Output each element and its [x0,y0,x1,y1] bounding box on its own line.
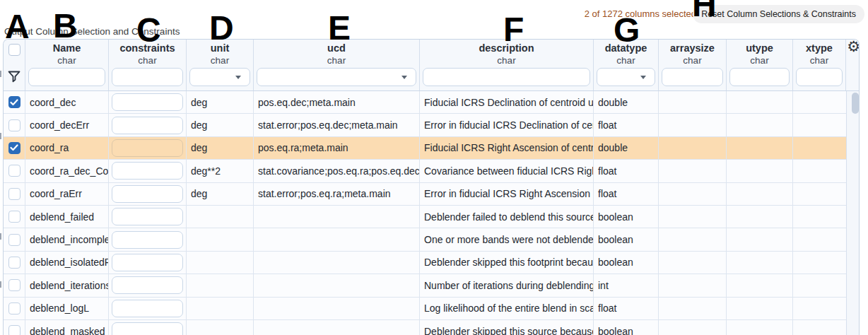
table-row[interactable]: deblend_iterations Number of iterations … [4,274,846,297]
constraint-input[interactable] [112,93,183,111]
check-icon [10,99,18,106]
unit-cell [187,206,254,228]
description-cell: Log likelihood of the entire blend in sc… [420,298,594,319]
row-checkbox[interactable] [8,302,20,315]
datatype-filter-select[interactable] [597,68,655,86]
column-type: char [109,54,186,66]
xtype-filter-input[interactable] [796,68,843,86]
unit-cell: deg [187,114,254,136]
arraysize-filter-input[interactable] [662,68,723,86]
constraint-input[interactable] [112,300,183,317]
row-checkbox-cell [4,298,25,319]
column-type: char [659,54,726,66]
column-label: xtype [793,40,845,54]
row-checkbox-cell [4,252,25,274]
table-row[interactable]: deblend_isolatedParent Deblender skipped… [4,252,846,274]
constraint-input[interactable] [112,322,183,335]
table-row[interactable]: deblend_masked Deblender skipped this so… [4,320,846,335]
row-checkbox[interactable] [8,279,20,291]
table-row[interactable]: coord_decErr deg stat.error;pos.eq.dec;m… [4,114,846,136]
row-checkbox[interactable] [8,234,20,246]
row-checkbox[interactable] [8,257,20,269]
row-checkbox-cell [4,114,25,136]
row-checkbox-cell [4,206,25,228]
xtype-cell [793,114,846,136]
unit-cell [187,320,254,335]
row-checkbox[interactable] [8,119,20,131]
vertical-scrollbar[interactable] [846,91,860,335]
table-row[interactable]: deblend_failed Deblender failed to deble… [4,206,846,228]
description-cell: Covariance between fiducial ICRS Right A… [420,160,594,182]
row-checkbox[interactable] [8,96,20,108]
column-header-arraysize[interactable]: arraysize char [659,40,727,90]
row-checkbox[interactable] [8,142,20,154]
column-header-xtype[interactable]: xtype char [793,40,846,90]
left-edge-fragment [0,71,1,77]
utype-cell [727,320,793,335]
utype-cell [727,114,793,136]
name-filter-input[interactable] [28,68,105,86]
constraints-filter-input[interactable] [112,68,183,86]
xtype-cell [793,206,846,228]
table-row[interactable]: coord_ra_dec_Cov deg**2 stat.covariance;… [4,160,846,182]
constraint-cell [109,91,187,113]
column-header-name[interactable]: Name char [25,40,109,90]
chevron-down-icon [640,76,646,79]
constraint-input[interactable] [112,254,183,271]
constraint-input[interactable] [112,117,183,134]
unit-cell [187,298,254,319]
unit-cell: deg [187,137,254,159]
constraint-input[interactable] [112,231,183,249]
column-label: arraysize [659,40,726,54]
description-filter-input[interactable] [423,68,590,86]
gear-icon[interactable]: ⚙ [847,39,860,54]
annotation-letter-a: A [5,10,30,44]
table-row[interactable]: coord_dec deg pos.eq.dec;meta.main Fiduc… [4,91,846,114]
chevron-down-icon [235,76,241,79]
utype-filter-input[interactable] [729,68,790,86]
constraint-input[interactable] [112,162,183,180]
constraint-input[interactable] [112,139,183,157]
row-checkbox[interactable] [8,188,20,200]
table-row[interactable]: deblend_logL Log likelihood of the entir… [4,298,846,320]
reset-column-selections-button[interactable]: Reset Column Selections & Constraints [693,5,864,23]
table-row[interactable]: coord_raErr deg stat.error;pos.eq.ra;met… [4,183,846,206]
arraysize-cell [659,320,727,335]
column-label: utype [727,40,792,54]
table-row[interactable]: deblend_incompleteData One or more bands… [4,228,846,251]
unit-cell [187,228,254,250]
unit-cell [187,252,254,274]
ucd-cell [254,320,420,335]
select-all-checkbox[interactable] [8,44,20,56]
datatype-cell: float [594,160,659,182]
unit-cell [187,274,254,296]
row-checkbox[interactable] [8,165,20,177]
table-row[interactable]: coord_ra deg pos.eq.ra;meta.main Fiducia… [4,137,846,160]
constraint-cell [109,274,187,296]
name-cell: coord_ra_dec_Cov [25,160,109,182]
datatype-cell: float [594,298,659,319]
scrollbar-thumb[interactable] [852,93,859,114]
row-checkbox-cell [4,160,25,182]
column-header-unit[interactable]: unit char [187,40,254,90]
filter-icon[interactable] [8,71,20,83]
left-edge-fragment [0,133,1,139]
row-checkbox[interactable] [8,211,20,223]
arraysize-cell [659,91,727,113]
chevron-down-icon [401,76,407,79]
name-cell: coord_decErr [25,114,109,136]
annotation-letter-b: B [53,9,78,43]
constraint-input[interactable] [112,208,183,225]
column-header-utype[interactable]: utype char [727,40,793,90]
row-checkbox[interactable] [8,325,20,335]
column-header-ucd[interactable]: ucd char [254,40,420,90]
constraint-input[interactable] [112,276,183,294]
constraint-input[interactable] [112,185,183,203]
ucd-filter-select[interactable] [257,68,416,86]
table-header: Name char constraints char unit char ucd… [4,40,859,91]
column-type: char [420,54,593,66]
annotation-letter-e: E [328,11,351,45]
description-cell: Fiducial ICRS Declination of centroid us… [420,91,594,113]
unit-filter-select[interactable] [189,68,250,86]
annotation-letter-d: D [209,11,234,45]
